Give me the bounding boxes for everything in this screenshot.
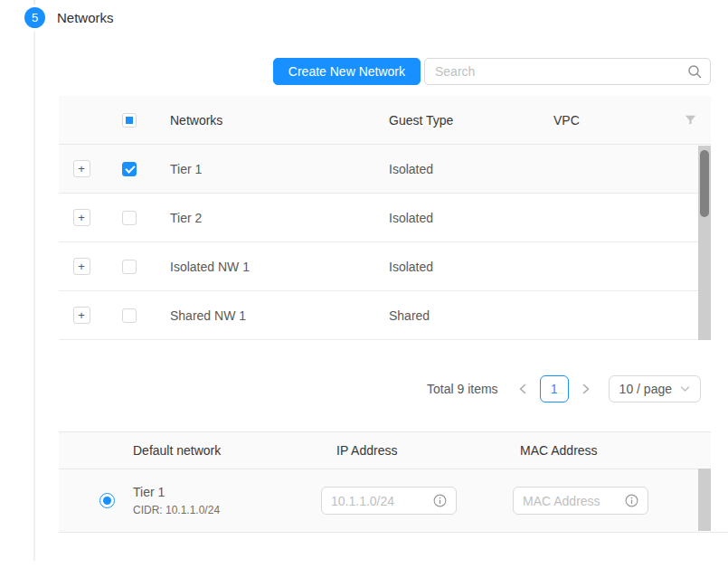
default-network-row[interactable]: Tier 1 CIDR: 10.1.1.0/24: [59, 469, 698, 532]
previous-page-button[interactable]: [513, 375, 533, 402]
default-network-name: Tier 1: [133, 485, 220, 499]
expand-row-button[interactable]: +: [73, 307, 90, 324]
column-header-default-network: Default network: [59, 443, 321, 458]
ip-address-input[interactable]: [331, 494, 428, 508]
bottom-divider: [59, 532, 728, 533]
column-header-vpc: VPC: [553, 113, 669, 128]
page-size-select[interactable]: 10 / page: [609, 375, 701, 402]
row-checkbox[interactable]: [122, 308, 137, 323]
filter-cell: [669, 114, 711, 126]
ip-address-field: [321, 487, 457, 515]
column-header-guest-type: Guest Type: [389, 113, 553, 128]
network-name: Shared NW 1: [154, 308, 389, 323]
pagination-total: Total 9 items: [427, 382, 498, 396]
info-icon[interactable]: [433, 494, 447, 507]
default-network-cidr: CIDR: 10.1.1.0/24: [133, 504, 220, 516]
default-network-table-header: Default network IP Address MAC Address: [59, 431, 711, 469]
network-info: Tier 1 CIDR: 10.1.1.0/24: [133, 485, 220, 516]
network-row[interactable]: + Isolated NW 1 Isolated: [59, 242, 698, 291]
step-header: 5 Networks: [24, 7, 114, 28]
network-name: Tier 1: [154, 162, 389, 176]
chevron-down-icon: [680, 385, 690, 393]
toolbar: Create New Network: [59, 58, 711, 85]
table-scrollbar-track[interactable]: [698, 146, 711, 340]
network-name: Tier 2: [154, 211, 389, 225]
create-new-network-button[interactable]: Create New Network: [273, 58, 421, 85]
step-number-badge: 5: [24, 7, 45, 28]
guest-type: Shared: [389, 308, 553, 323]
row-checkbox[interactable]: [122, 211, 137, 225]
mac-address-input[interactable]: [523, 494, 619, 508]
column-header-mac-address: MAC Address: [513, 443, 711, 458]
step-connector: [33, 32, 35, 561]
column-header-ip-address: IP Address: [321, 443, 513, 458]
column-header-networks: Networks: [154, 113, 389, 128]
guest-type: Isolated: [389, 211, 553, 225]
guest-type: Isolated: [389, 260, 553, 274]
table-scrollbar-thumb[interactable]: [700, 150, 709, 217]
step-title: Networks: [57, 10, 114, 25]
networks-table: Networks Guest Type VPC + Tier 1 Isolate…: [59, 96, 711, 340]
pagination: Total 9 items 1 10 / page: [59, 375, 711, 402]
network-name: Isolated NW 1: [154, 260, 389, 274]
step-content: Create New Network Networks Guest Type V…: [59, 58, 711, 532]
default-network-table: Default network IP Address MAC Address T…: [59, 431, 711, 532]
network-row[interactable]: + Tier 1 Isolated: [59, 145, 698, 194]
search-icon[interactable]: [687, 64, 702, 79]
page-size-value: 10 / page: [619, 382, 672, 396]
expand-row-button[interactable]: +: [73, 209, 90, 226]
networks-wizard-step: 5 Networks Create New Network Networks: [0, 0, 728, 568]
expand-row-button[interactable]: +: [73, 160, 90, 177]
step-connector-top: [33, 0, 35, 5]
network-row[interactable]: + Shared NW 1 Shared: [59, 291, 698, 340]
page-number-button[interactable]: 1: [540, 375, 569, 402]
search-input[interactable]: [424, 58, 711, 85]
filter-icon[interactable]: [685, 114, 696, 126]
table-scrollbar-track[interactable]: [698, 469, 711, 531]
expand-row-button[interactable]: +: [73, 258, 90, 275]
info-icon[interactable]: [625, 494, 638, 507]
network-row[interactable]: + Tier 2 Isolated: [59, 194, 698, 242]
mac-address-field: [513, 487, 648, 515]
networks-table-header: Networks Guest Type VPC: [59, 96, 711, 145]
search-box: [424, 58, 711, 85]
row-checkbox[interactable]: [122, 162, 137, 176]
next-page-button[interactable]: [576, 375, 596, 402]
select-all-cell: [104, 113, 154, 128]
select-all-checkbox[interactable]: [122, 113, 137, 128]
default-network-radio[interactable]: [99, 493, 115, 508]
guest-type: Isolated: [389, 162, 553, 176]
row-checkbox[interactable]: [122, 260, 137, 274]
